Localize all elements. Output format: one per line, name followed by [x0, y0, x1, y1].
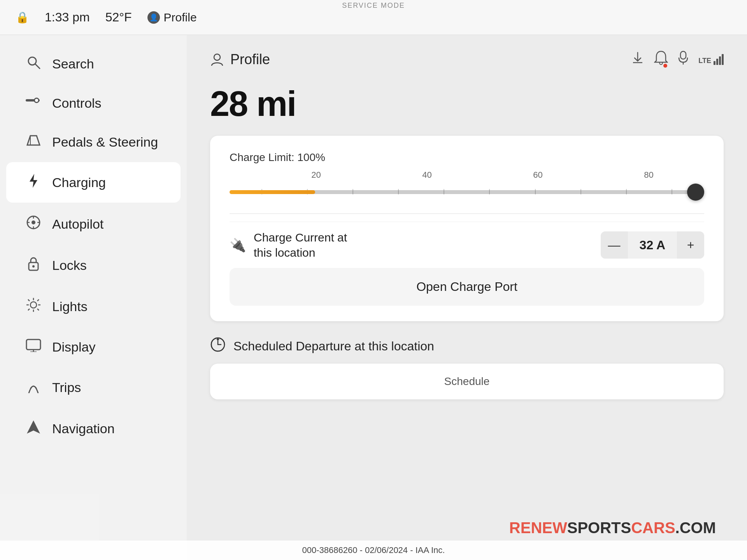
svg-line-21 [37, 299, 39, 301]
sidebar-item-search[interactable]: Search [6, 44, 181, 83]
trips-icon [26, 378, 41, 396]
slider-markers: 20 40 60 80 [230, 170, 704, 182]
status-time: 1:33 pm [45, 10, 90, 24]
watermark-com: .COM [675, 519, 716, 536]
sidebar-item-controls[interactable]: Controls [6, 85, 181, 122]
profile-icon: 👤 [147, 11, 160, 24]
search-icon [26, 55, 41, 72]
charge-current-row: 🔌 Charge Current at this location — 32 A… [230, 222, 704, 260]
svg-point-13 [32, 265, 35, 268]
download-icon[interactable] [631, 51, 645, 68]
watermark-renew: RENEW [509, 519, 567, 536]
svg-line-22 [28, 309, 30, 310]
sidebar-item-lights[interactable]: Lights [6, 287, 181, 326]
charge-limit-label: Charge Limit: 100% [230, 151, 704, 164]
decrease-charge-button[interactable]: — [601, 231, 628, 259]
slider-fill [230, 190, 315, 194]
lock-icon: 🔒 [16, 11, 29, 24]
header-icons: LTE [631, 51, 724, 68]
marker-40: 40 [422, 170, 431, 180]
schedule-title: Schedule [226, 375, 708, 388]
profile-header-icon [210, 52, 224, 66]
content-header: Profile [210, 51, 724, 68]
range-display: 28 mi [210, 84, 724, 124]
autopilot-icon [26, 215, 41, 233]
watermark-sports: SPORTS [567, 519, 631, 536]
divider [230, 214, 704, 214]
svg-rect-23 [26, 340, 40, 350]
scheduled-departure-icon [210, 337, 226, 356]
scheduled-departure-label: Scheduled Departure at this location [233, 339, 434, 354]
watermark: RENEWSPORTSCARS.COM [509, 519, 716, 537]
controls-icon [26, 96, 41, 111]
sidebar-label-display: Display [52, 340, 95, 355]
sidebar-item-locks[interactable]: Locks [6, 245, 181, 285]
sidebar-label-charging: Charging [52, 175, 106, 190]
main-layout: Search Controls Pedals & Steering [0, 35, 747, 560]
watermark-cars: CARS [631, 519, 675, 536]
sidebar-label-navigation: Navigation [52, 421, 115, 436]
svg-line-20 [37, 309, 39, 310]
service-mode-label: SERVICE MODE [342, 2, 405, 10]
marker-20: 20 [311, 170, 321, 180]
lte-signal-icon: LTE [698, 54, 724, 65]
scheduled-departure-section: Scheduled Departure at this location [210, 337, 724, 356]
navigation-icon [26, 420, 41, 438]
marker-80: 80 [644, 170, 653, 180]
sidebar-label-locks: Locks [52, 258, 87, 273]
status-temperature: 52°F [105, 10, 132, 24]
charge-current-value: 32 A [628, 238, 677, 252]
svg-line-1 [35, 64, 40, 68]
microphone-icon[interactable] [677, 51, 689, 68]
svg-rect-28 [680, 51, 686, 59]
bottom-bar-text: 000-38686260 - 02/06/2024 - IAA Inc. [302, 545, 445, 555]
charge-card: Charge Limit: 100% 20 40 60 80 [210, 136, 724, 321]
sidebar-item-pedals[interactable]: Pedals & Steering [6, 123, 181, 161]
sidebar-item-trips[interactable]: Trips [6, 368, 181, 407]
charge-current-left: 🔌 Charge Current at this location [230, 230, 347, 260]
pedals-icon [26, 134, 41, 150]
sidebar-label-lights: Lights [52, 299, 88, 314]
marker-60: 60 [533, 170, 542, 180]
svg-point-4 [35, 99, 38, 102]
svg-point-14 [30, 302, 37, 308]
notification-dot [663, 64, 667, 68]
sidebar-label-autopilot: Autopilot [52, 217, 103, 232]
charge-current-label: Charge Current at this location [254, 230, 347, 260]
content-header-title: Profile [230, 51, 270, 68]
bottom-bar: 000-38686260 - 02/06/2024 - IAA Inc. [0, 541, 747, 560]
display-icon [26, 339, 41, 355]
lock-menu-icon [26, 256, 41, 274]
sidebar: Search Controls Pedals & Steering [0, 35, 187, 560]
charge-limit-slider[interactable] [230, 182, 704, 202]
status-bar: SERVICE MODE 🔒 1:33 pm 52°F 👤 Profile [0, 0, 747, 35]
sidebar-label-controls: Controls [52, 96, 102, 111]
svg-point-26 [214, 54, 220, 60]
sidebar-label-search: Search [52, 56, 94, 72]
status-profile[interactable]: 👤 Profile [147, 11, 197, 24]
charge-current-control: — 32 A + [601, 231, 704, 259]
plug-icon: 🔌 [230, 237, 246, 253]
sidebar-label-trips: Trips [52, 380, 81, 395]
slider-thumb[interactable] [687, 184, 704, 201]
content-area: Profile [187, 35, 747, 560]
sidebar-item-navigation[interactable]: Navigation [6, 409, 181, 448]
svg-line-19 [28, 299, 30, 301]
sidebar-label-pedals: Pedals & Steering [52, 135, 158, 150]
open-charge-port-button[interactable]: Open Charge Port [230, 268, 704, 306]
charging-icon [26, 173, 41, 192]
sidebar-item-autopilot[interactable]: Autopilot [6, 204, 181, 244]
sidebar-item-display[interactable]: Display [6, 328, 181, 366]
increase-charge-button[interactable]: + [677, 231, 704, 259]
sidebar-item-charging[interactable]: Charging [6, 162, 181, 203]
schedule-card: Schedule [210, 364, 724, 399]
lights-icon [26, 298, 41, 315]
svg-point-7 [32, 220, 35, 224]
content-header-profile: Profile [210, 51, 270, 68]
notification-icon[interactable] [654, 51, 668, 68]
